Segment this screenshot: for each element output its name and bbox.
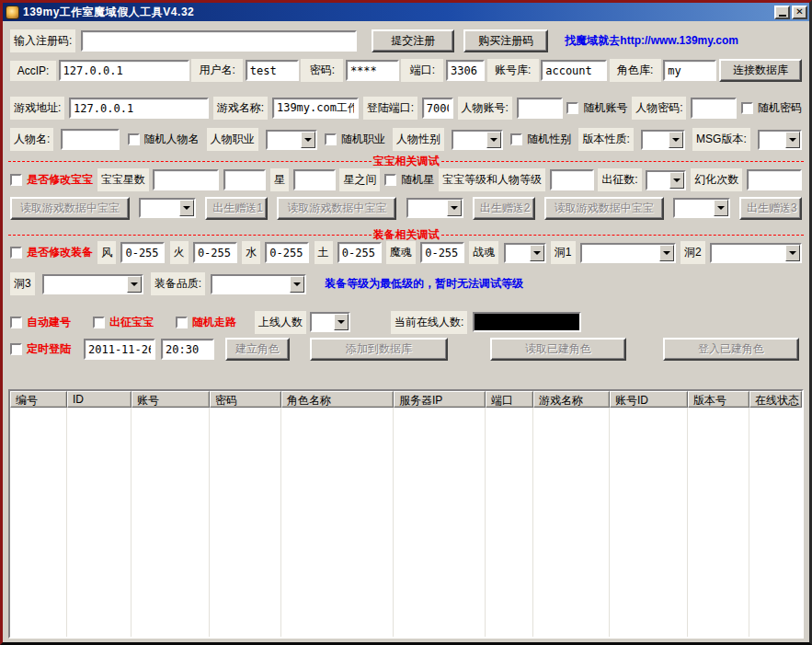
title-bar[interactable]: 139my工作室魔域假人工具V4.32 ✕ — [3, 3, 809, 21]
job-dropdown[interactable] — [266, 130, 317, 150]
connect-db-button[interactable]: 连接数据库 — [719, 59, 802, 82]
pet-level-input[interactable] — [550, 169, 594, 190]
msg-version-dropdown[interactable] — [758, 130, 802, 150]
app-window: 139my工作室魔域假人工具V4.32 ✕ 输入注册码: 提交注册 购买注册码 … — [0, 0, 812, 645]
random-gender-checkbox[interactable] — [510, 133, 522, 145]
col-header-number[interactable]: 编号 — [10, 391, 67, 408]
read-roles-button[interactable]: 读取已建角色 — [490, 338, 626, 361]
chevron-down-icon — [337, 320, 345, 324]
col-header-port[interactable]: 端口 — [486, 391, 533, 408]
chevron-down-icon — [673, 179, 680, 182]
login-port-input[interactable] — [422, 98, 453, 119]
current-online-display — [473, 312, 581, 332]
db-port-input[interactable] — [446, 60, 485, 81]
account-db-input[interactable] — [541, 60, 607, 81]
chevron-down-icon — [533, 251, 541, 255]
modify-pet-label: 是否修改宝宝 — [27, 172, 93, 188]
pet-star-range-input[interactable] — [293, 169, 336, 190]
online-count-dropdown[interactable] — [310, 312, 350, 332]
dashed-line — [8, 235, 372, 236]
equip-quality-dropdown[interactable] — [211, 274, 306, 294]
birth-gift2-button[interactable]: 出生赠送2 — [473, 197, 535, 220]
game-address-input[interactable] — [69, 98, 209, 119]
minimize-button[interactable] — [774, 6, 790, 19]
col-header-gamename[interactable]: 游戏名称 — [533, 391, 610, 408]
col-header-account[interactable]: 账号 — [132, 391, 210, 408]
login-time-input[interactable] — [161, 339, 214, 360]
char-password-input[interactable] — [691, 98, 737, 119]
char-account-label: 人物账号: — [458, 97, 512, 120]
pet-star-to-input[interactable] — [223, 169, 266, 190]
create-role-button[interactable]: 建立角色 — [225, 338, 290, 361]
random-password-checkbox[interactable] — [741, 102, 753, 114]
char-name-input[interactable] — [61, 129, 120, 150]
gender-dropdown[interactable] — [452, 130, 503, 150]
db-username-label: 用户名: — [191, 59, 243, 82]
huanhua-input[interactable] — [747, 169, 802, 190]
account-table-body[interactable] — [10, 408, 802, 637]
random-account-checkbox[interactable] — [566, 102, 578, 114]
pet-expedition-checkbox[interactable] — [93, 317, 105, 328]
game-name-input[interactable] — [272, 98, 359, 119]
char-account-input[interactable] — [517, 98, 563, 119]
auto-create-checkbox[interactable] — [10, 317, 22, 328]
modify-equip-checkbox[interactable] — [10, 247, 22, 259]
read-pet-data-button-3[interactable]: 读取游戏数据中宝宝 — [544, 197, 664, 220]
pet-gift2-dropdown[interactable] — [406, 198, 463, 218]
hole1-dropdown[interactable] — [580, 243, 676, 263]
accip-input[interactable] — [59, 60, 189, 81]
modify-pet-checkbox[interactable] — [10, 174, 22, 186]
db-password-input[interactable] — [346, 60, 399, 81]
random-name-checkbox[interactable] — [128, 133, 140, 145]
read-pet-data-button-1[interactable]: 读取游戏数据中宝宝 — [10, 197, 130, 220]
fire-input[interactable] — [193, 242, 237, 263]
col-header-id[interactable]: ID — [67, 391, 132, 408]
pet-gift1-dropdown[interactable] — [139, 198, 196, 218]
register-code-label: 输入注册码: — [10, 29, 75, 52]
role-db-input[interactable] — [663, 60, 716, 81]
hole3-dropdown[interactable] — [42, 274, 143, 294]
col-header-version[interactable]: 版本号 — [688, 391, 749, 408]
buy-register-button[interactable]: 购买注册码 — [463, 29, 548, 52]
random-walk-label: 随机走路 — [192, 315, 236, 330]
hole2-dropdown[interactable] — [710, 243, 802, 263]
birth-gift1-button[interactable]: 出生赠送1 — [205, 197, 268, 220]
equip-section-divider: 装备相关调试 — [8, 229, 804, 240]
col-header-status[interactable]: 在线状态 — [749, 391, 802, 408]
war-soul-dropdown[interactable] — [504, 243, 546, 263]
pet-star-from-input[interactable] — [153, 169, 219, 190]
expedition-count-label: 出征数: — [598, 168, 641, 191]
read-pet-data-button-2[interactable]: 读取游戏数据中宝宝 — [277, 197, 396, 220]
water-input[interactable] — [265, 242, 309, 263]
table-column — [281, 408, 394, 637]
random-gender-label: 随机性别 — [527, 132, 571, 147]
add-to-db-button[interactable]: 添加到数据库 — [310, 338, 448, 361]
col-header-password[interactable]: 密码 — [210, 391, 281, 408]
random-job-checkbox[interactable] — [325, 133, 337, 145]
wind-input[interactable] — [120, 242, 165, 263]
table-column — [610, 408, 688, 637]
close-button[interactable]: ✕ — [792, 6, 807, 19]
submit-register-button[interactable]: 提交注册 — [372, 29, 454, 52]
promo-link[interactable]: 找魔域就去http://www.139my.com — [565, 33, 738, 49]
huanhua-label: 幻化次数 — [691, 168, 742, 191]
random-walk-checkbox[interactable] — [176, 317, 188, 328]
random-star-checkbox[interactable] — [384, 174, 396, 186]
chevron-down-icon — [663, 251, 670, 255]
expedition-dropdown[interactable] — [646, 170, 686, 190]
hole1-label: 洞1 — [551, 241, 576, 264]
col-header-accountid[interactable]: 账号ID — [610, 391, 688, 408]
game-address-label: 游戏地址: — [10, 97, 64, 120]
magic-soul-input[interactable] — [420, 242, 464, 263]
birth-gift3-button[interactable]: 出生赠送3 — [739, 197, 802, 220]
enter-roles-button[interactable]: 登入已建角色 — [663, 338, 799, 361]
login-date-input[interactable] — [84, 339, 155, 360]
pet-gift3-dropdown[interactable] — [673, 198, 730, 218]
col-header-rolename[interactable]: 角色名称 — [281, 391, 394, 408]
col-header-serverip[interactable]: 服务器IP — [394, 391, 486, 408]
earth-input[interactable] — [337, 242, 382, 263]
register-code-input[interactable] — [81, 30, 357, 52]
timed-login-checkbox[interactable] — [10, 343, 22, 355]
version-dropdown[interactable] — [641, 130, 685, 150]
db-username-input[interactable] — [246, 60, 299, 81]
